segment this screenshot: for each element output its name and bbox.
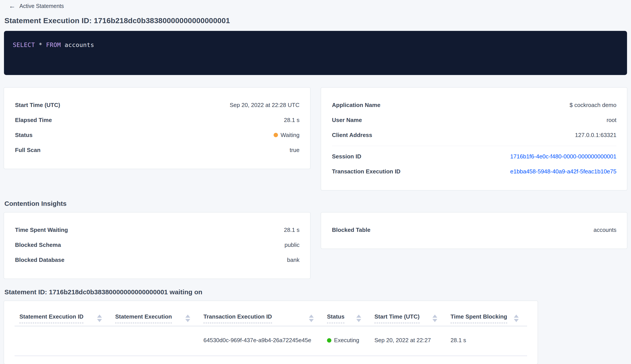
sql-keyword-select: SELECT: [13, 42, 35, 48]
session-id-link[interactable]: 1716b1f6-4e0c-f480-0000-000000000001: [510, 153, 616, 160]
column-header-label: Statement Execution: [115, 313, 172, 323]
column-header-transaction-execution-id[interactable]: Transaction Execution ID: [198, 308, 322, 326]
sort-icon: [432, 313, 437, 322]
column-header-label: Statement Execution ID: [20, 313, 84, 323]
sort-icon: [97, 313, 102, 322]
cell-start-time: Sep 20, 2022 at 22:27: [370, 326, 446, 356]
cell-status: Executing: [322, 326, 370, 356]
status-waiting-text: Waiting: [281, 132, 300, 138]
sql-statement-text: SELECT * FROM accounts: [13, 42, 618, 48]
waiting-on-heading: Statement ID: 1716b218dc0b38380000000000…: [4, 288, 627, 296]
sort-icon: [514, 313, 519, 322]
arrow-left-icon: ←: [9, 3, 16, 9]
blocked-table-value: accounts: [594, 226, 616, 234]
card-divider: [332, 146, 617, 146]
column-header-label: Status: [327, 313, 344, 323]
time-spent-waiting-value: 28.1 s: [284, 226, 300, 234]
column-header-status[interactable]: Status: [322, 308, 370, 326]
elapsed-time-row: Elapsed Time 28.1 s: [15, 112, 300, 128]
overview-cards-row: Start Time (UTC) Sep 20, 2022 at 22:28 U…: [4, 88, 627, 190]
application-name-value: $ cockroach demo: [570, 102, 616, 108]
start-time-value: Sep 20, 2022 at 22:28 UTC: [230, 102, 300, 108]
transaction-execution-id-link[interactable]: e1bba458-5948-40a9-a42f-5feac1b10e75: [510, 168, 616, 175]
status-row: Status Waiting: [15, 128, 300, 142]
column-header-label: Transaction Execution ID: [204, 313, 272, 323]
sort-icon: [309, 313, 314, 322]
blocked-schema-label: Blocked Schema: [15, 242, 61, 248]
cell-statement-execution: [110, 326, 198, 356]
user-name-value: root: [606, 117, 616, 124]
blocked-schema-value: public: [284, 242, 300, 248]
execution-overview-card: Start Time (UTC) Sep 20, 2022 at 22:28 U…: [4, 88, 310, 169]
blocked-table-row: Blocked Table accounts: [332, 222, 617, 237]
status-waiting-dot-icon: [274, 133, 278, 137]
cell-statement-execution-id: [14, 326, 110, 356]
client-address-value: 127.0.0.1:63321: [575, 132, 616, 138]
column-header-label: Start Time (UTC): [374, 313, 420, 323]
table-header-row: Statement Execution ID Statement Executi…: [14, 308, 527, 326]
status-executing-text: Executing: [334, 337, 359, 344]
start-time-label: Start Time (UTC): [15, 102, 60, 108]
blocked-table-label: Blocked Table: [332, 226, 370, 234]
sql-operator-star: *: [38, 42, 42, 48]
user-name-row: User Name root: [332, 112, 617, 128]
status-label: Status: [15, 132, 32, 138]
blocked-database-label: Blocked Database: [15, 256, 64, 264]
sql-identifier-table: accounts: [65, 42, 94, 48]
full-scan-label: Full Scan: [15, 147, 40, 154]
column-header-statement-execution-id[interactable]: Statement Execution ID: [14, 308, 110, 326]
contention-insights-heading: Contention Insights: [4, 200, 627, 207]
session-overview-card: Application Name $ cockroach demo User N…: [321, 88, 627, 190]
status-executing-dot-icon: [327, 338, 332, 342]
application-name-label: Application Name: [332, 102, 380, 108]
start-time-row: Start Time (UTC) Sep 20, 2022 at 22:28 U…: [15, 98, 300, 112]
table-row: 64530d0c-969f-437e-a9b4-26a72245e45e Exe…: [14, 326, 527, 356]
sql-statement-box: SELECT * FROM accounts: [4, 31, 627, 75]
elapsed-time-label: Elapsed Time: [15, 117, 52, 124]
column-header-statement-execution[interactable]: Statement Execution: [110, 308, 198, 326]
transaction-execution-id-label: Transaction Execution ID: [332, 168, 401, 175]
cell-time-spent-blocking: 28.1 s: [446, 326, 527, 356]
sort-icon: [356, 313, 361, 322]
waiting-statements-table: Statement Execution ID Statement Executi…: [14, 308, 527, 356]
sql-keyword-from: FROM: [46, 42, 61, 48]
column-header-start-time[interactable]: Start Time (UTC): [370, 308, 446, 326]
full-scan-value: true: [290, 147, 300, 154]
page-title: Statement Execution ID: 1716b218dc0b3838…: [4, 16, 627, 25]
blocked-table-card: Blocked Table accounts: [321, 212, 627, 248]
blocked-schema-row: Blocked Schema public: [15, 237, 300, 252]
back-link-active-statements[interactable]: ← Active Statements: [9, 2, 64, 9]
time-spent-waiting-row: Time Spent Waiting 28.1 s: [15, 222, 300, 237]
contention-cards-row: Time Spent Waiting 28.1 s Blocked Schema…: [4, 212, 627, 279]
transaction-execution-id-row: Transaction Execution ID e1bba458-5948-4…: [332, 164, 617, 179]
user-name-label: User Name: [332, 117, 362, 124]
client-address-label: Client Address: [332, 132, 372, 138]
waiting-statements-table-card: Statement Execution ID Statement Executi…: [4, 301, 538, 364]
column-header-label: Time Spent Blocking: [450, 313, 507, 323]
client-address-row: Client Address 127.0.0.1:63321: [332, 128, 617, 142]
cell-transaction-execution-id: 64530d0c-969f-437e-a9b4-26a72245e45e: [198, 326, 322, 356]
session-id-row: Session ID 1716b1f6-4e0c-f480-0000-00000…: [332, 149, 617, 164]
blocked-database-value: bank: [287, 256, 300, 264]
sort-icon: [185, 313, 190, 322]
session-id-label: Session ID: [332, 153, 362, 160]
statement-execution-details-page: ← Active Statements Statement Execution …: [0, 0, 631, 364]
contention-waiting-card: Time Spent Waiting 28.1 s Blocked Schema…: [4, 212, 310, 279]
column-header-time-spent-blocking[interactable]: Time Spent Blocking: [446, 308, 527, 326]
application-name-row: Application Name $ cockroach demo: [332, 98, 617, 112]
back-link-label: Active Statements: [20, 3, 64, 9]
status-value: Waiting: [274, 132, 300, 138]
elapsed-time-value: 28.1 s: [284, 117, 300, 124]
time-spent-waiting-label: Time Spent Waiting: [15, 226, 68, 234]
full-scan-row: Full Scan true: [15, 142, 300, 158]
blocked-database-row: Blocked Database bank: [15, 252, 300, 267]
